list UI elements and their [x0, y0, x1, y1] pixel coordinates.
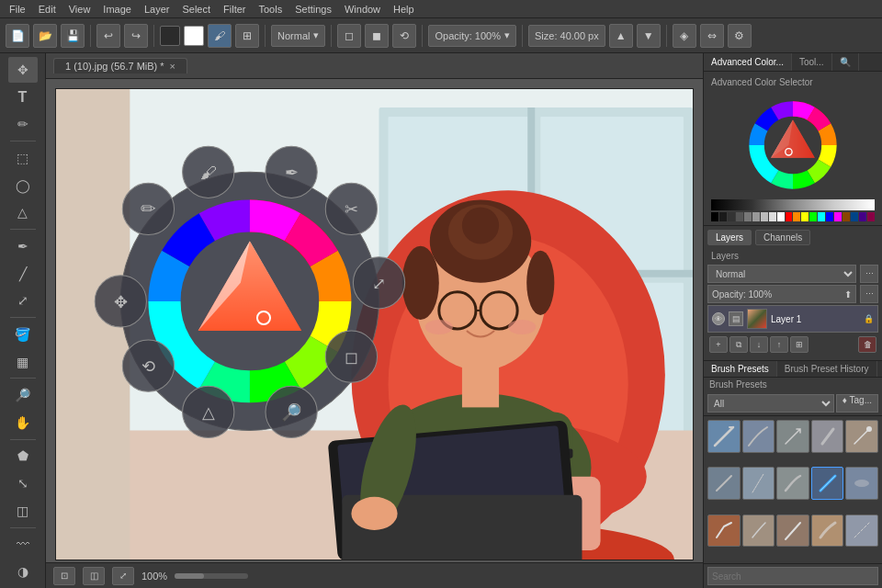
menu-edit[interactable]: Edit: [33, 3, 62, 16]
swatch[interactable]: [752, 212, 760, 221]
add-layer-btn[interactable]: +: [709, 336, 728, 353]
erase-btn[interactable]: ◻: [337, 24, 361, 48]
blend-mode-dropdown[interactable]: Normal ▾: [271, 25, 325, 47]
brush-item-15[interactable]: [845, 514, 878, 548]
duplicate-layer-btn[interactable]: ⧉: [729, 336, 748, 353]
swatch[interactable]: [719, 212, 727, 221]
swatch[interactable]: [834, 212, 842, 221]
merge-btn[interactable]: ⊞: [790, 336, 808, 353]
tab-search[interactable]: 🔍: [832, 53, 859, 71]
tab-tool[interactable]: Tool...: [792, 53, 832, 71]
brush-item-9[interactable]: [811, 467, 844, 500]
layer-visibility[interactable]: 👁: [712, 312, 725, 325]
size-down-button[interactable]: ▼: [637, 24, 661, 48]
swatch[interactable]: [711, 212, 718, 221]
layers-tab[interactable]: Layers: [707, 230, 752, 245]
menu-layer[interactable]: Layer: [139, 3, 175, 16]
smudge-tool[interactable]: 〰: [8, 532, 38, 558]
swatch[interactable]: [859, 212, 866, 221]
polygon-tool[interactable]: △: [8, 199, 38, 225]
brush-filter-select[interactable]: All Basic Inking: [707, 394, 834, 413]
swatch[interactable]: [851, 212, 858, 221]
swatch[interactable]: [777, 212, 785, 221]
selection-tool[interactable]: ⬟: [8, 444, 38, 469]
brush-item-6[interactable]: [707, 467, 741, 500]
layer-options-btn[interactable]: ⋯: [860, 265, 878, 283]
menu-image[interactable]: Image: [97, 3, 137, 16]
size-display[interactable]: Size: 40.00 px: [528, 25, 605, 47]
undo-button[interactable]: ↩: [96, 24, 120, 48]
pressure-btn[interactable]: ◈: [673, 24, 696, 48]
swatch[interactable]: [809, 212, 817, 221]
swatch[interactable]: [842, 212, 850, 221]
brush-item-1[interactable]: [707, 420, 741, 453]
open-file-button[interactable]: 📂: [33, 24, 57, 48]
swatch[interactable]: [867, 212, 875, 221]
opacity-display[interactable]: Opacity: 100% ⬆: [707, 285, 856, 303]
canvas-inner[interactable]: ✏ 🖌 ✒ ✂ ⤢ ◻ 🔎 △ ⟲ ✥ ⊡ ◫ ⤢ 100%: [46, 79, 703, 588]
color-wheel-svg[interactable]: [742, 95, 843, 196]
hand-tool[interactable]: ✋: [8, 410, 38, 435]
rect-select-tool[interactable]: ⬚: [8, 145, 38, 171]
rotate-btn[interactable]: ⟲: [392, 24, 416, 48]
zoom-slider[interactable]: [175, 573, 248, 579]
mirror-h-btn[interactable]: ⇔: [700, 24, 724, 48]
move-tool[interactable]: ✥: [8, 57, 38, 83]
transform-tool[interactable]: ⤡: [8, 470, 38, 496]
brush-item-13[interactable]: [776, 514, 809, 548]
fill-btn[interactable]: ◼: [365, 24, 389, 48]
lightness-strip[interactable]: [711, 199, 875, 210]
foreground-color[interactable]: [160, 26, 180, 46]
opacity-display[interactable]: Opacity: 100% ▾: [428, 25, 516, 47]
brush-tool[interactable]: ✏: [8, 111, 38, 137]
swatch[interactable]: [736, 212, 743, 221]
layer-blend-mode[interactable]: Normal Multiply Screen: [707, 265, 856, 283]
canvas-status-btn3[interactable]: ⤢: [112, 567, 134, 585]
swatch[interactable]: [801, 212, 808, 221]
layer-item-1[interactable]: 👁 ▤ Layer 1 🔒: [707, 305, 878, 333]
brush-item-14[interactable]: [811, 514, 844, 548]
fill-tool[interactable]: 🪣: [8, 322, 38, 347]
canvas-tab-item[interactable]: 1 (10).jpg (56.7 MiB) * ×: [53, 58, 187, 74]
brush-presets-tab[interactable]: Brush Presets: [704, 361, 777, 377]
brush-history-tab[interactable]: Brush Preset History: [777, 361, 877, 377]
opacity-options-btn[interactable]: ⋯: [860, 285, 878, 303]
zoom-tool[interactable]: 🔎: [8, 382, 38, 408]
menu-tools[interactable]: Tools: [254, 3, 288, 16]
redo-button[interactable]: ↪: [124, 24, 148, 48]
gradient-tool[interactable]: ▦: [8, 349, 38, 375]
menu-window[interactable]: Window: [339, 3, 386, 16]
swatch[interactable]: [793, 212, 800, 221]
brush-presets-button[interactable]: ⊞: [235, 24, 259, 48]
swatch[interactable]: [769, 212, 776, 221]
swatch[interactable]: [786, 212, 793, 221]
brush-search-input[interactable]: [707, 567, 878, 585]
brush-tool-button[interactable]: 🖌: [208, 24, 232, 48]
new-file-button[interactable]: 📄: [6, 24, 29, 48]
line-tool[interactable]: ╱: [8, 261, 38, 287]
brush-tag-button[interactable]: ♦ Tag...: [836, 394, 878, 413]
swatch[interactable]: [761, 212, 768, 221]
delete-layer-btn[interactable]: 🗑: [858, 336, 876, 353]
tab-advanced-color[interactable]: Advanced Color...: [704, 53, 792, 71]
dodge-tool[interactable]: ◑: [8, 559, 38, 584]
canvas-status-btn2[interactable]: ◫: [83, 567, 105, 585]
size-up-button[interactable]: ▲: [609, 24, 633, 48]
shape-tool[interactable]: ◫: [8, 498, 38, 524]
brush-item-8[interactable]: [776, 467, 809, 500]
swatch[interactable]: [744, 212, 752, 221]
menu-view[interactable]: View: [63, 3, 96, 16]
move-down-btn[interactable]: ↓: [750, 336, 768, 353]
save-file-button[interactable]: 💾: [61, 24, 85, 48]
close-tab-button[interactable]: ×: [170, 61, 175, 72]
text-tool[interactable]: T: [8, 85, 38, 110]
brush-item-2[interactable]: [742, 420, 775, 453]
brush-item-4[interactable]: [811, 420, 844, 453]
menu-help[interactable]: Help: [388, 3, 420, 16]
brush-item-3[interactable]: [776, 420, 809, 453]
channels-tab[interactable]: Channels: [755, 230, 810, 245]
menu-select[interactable]: Select: [176, 3, 216, 16]
brush-item-7[interactable]: [742, 467, 775, 500]
menu-filter[interactable]: Filter: [218, 3, 251, 16]
settings-btn2[interactable]: ⚙: [728, 24, 752, 48]
